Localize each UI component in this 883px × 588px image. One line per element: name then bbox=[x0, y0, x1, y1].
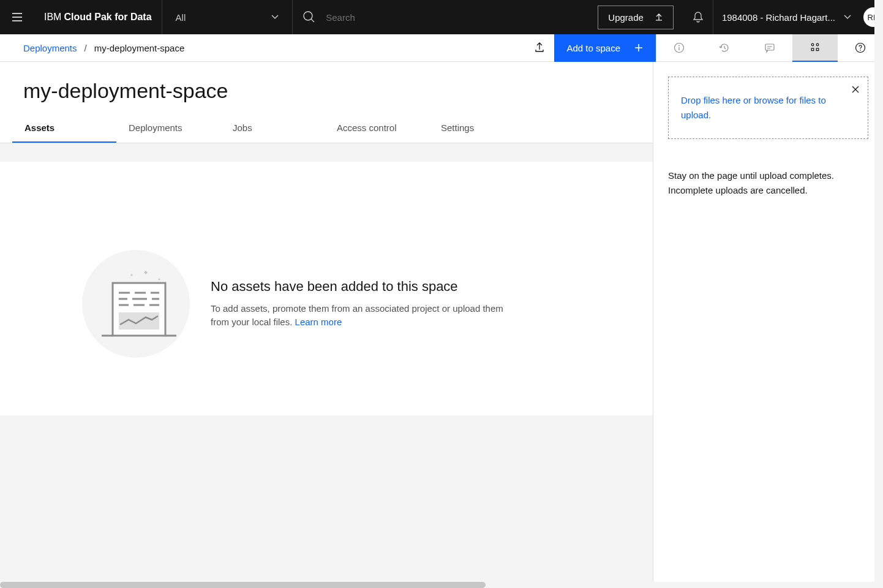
page-title: my-deployment-space bbox=[0, 62, 653, 115]
content-wrapper: my-deployment-space Assets Deployments J… bbox=[0, 62, 883, 588]
svg-point-5 bbox=[816, 43, 819, 46]
add-to-space-button[interactable]: Add to space bbox=[554, 34, 656, 62]
bell-icon bbox=[692, 11, 704, 23]
horizontal-scrollbar-thumb[interactable] bbox=[0, 582, 486, 588]
export-icon bbox=[534, 42, 545, 53]
data-icon bbox=[810, 42, 821, 53]
empty-state: No assets have been added to this space … bbox=[0, 162, 653, 415]
upload-side-panel: Drop files here or browse for files to u… bbox=[653, 62, 883, 588]
learn-more-link[interactable]: Learn more bbox=[295, 317, 342, 327]
scope-dropdown[interactable]: All bbox=[162, 0, 293, 34]
side-panel-tabs bbox=[656, 34, 883, 62]
tab-settings[interactable]: Settings bbox=[429, 115, 533, 143]
breadcrumb: Deployments / my-deployment-space bbox=[0, 43, 525, 53]
breadcrumb-current: my-deployment-space bbox=[94, 43, 185, 53]
history-icon bbox=[719, 42, 730, 53]
hamburger-menu[interactable] bbox=[0, 0, 34, 34]
info-panel-button[interactable] bbox=[656, 34, 702, 62]
menu-icon bbox=[11, 11, 23, 23]
global-header: IBM Cloud Pak for Data All Search Upgrad… bbox=[0, 0, 883, 34]
breadcrumb-separator: / bbox=[85, 43, 87, 53]
svg-rect-7 bbox=[816, 48, 819, 51]
brand-logo[interactable]: IBM Cloud Pak for Data bbox=[34, 12, 162, 23]
plus-icon bbox=[634, 43, 644, 53]
svg-point-4 bbox=[811, 43, 814, 46]
upgrade-button[interactable]: Upgrade bbox=[598, 6, 674, 29]
empty-body: To add assets, promote them from an asso… bbox=[211, 302, 517, 330]
svg-point-12 bbox=[131, 274, 133, 276]
svg-point-11 bbox=[159, 279, 160, 281]
search-icon bbox=[302, 10, 316, 24]
toolbar-band bbox=[0, 143, 653, 162]
main-content: my-deployment-space Assets Deployments J… bbox=[0, 62, 653, 588]
tab-jobs[interactable]: Jobs bbox=[220, 115, 325, 143]
tab-access-control[interactable]: Access control bbox=[325, 115, 429, 143]
horizontal-scrollbar[interactable] bbox=[0, 582, 883, 588]
user-label: 1984008 - Richard Hagart... bbox=[722, 12, 835, 23]
chevron-down-icon bbox=[271, 15, 279, 20]
global-search[interactable]: Search bbox=[293, 10, 588, 24]
sub-header: Deployments / my-deployment-space Add to… bbox=[0, 34, 883, 62]
chevron-down-icon bbox=[844, 15, 851, 20]
upgrade-arrow-icon bbox=[655, 13, 663, 21]
info-icon bbox=[674, 42, 685, 53]
empty-text: No assets have been added to this space … bbox=[211, 279, 517, 330]
close-drop-zone[interactable] bbox=[849, 83, 862, 96]
breadcrumb-parent[interactable]: Deployments bbox=[23, 43, 77, 53]
empty-illustration bbox=[80, 247, 192, 360]
chat-icon bbox=[764, 42, 775, 53]
tab-assets[interactable]: Assets bbox=[12, 115, 116, 143]
history-panel-button[interactable] bbox=[702, 34, 747, 62]
upload-panel-button[interactable] bbox=[792, 34, 838, 62]
svg-rect-6 bbox=[811, 48, 814, 51]
scope-dropdown-label: All bbox=[176, 12, 186, 23]
brand-ibm: IBM bbox=[44, 12, 61, 23]
tab-deployments[interactable]: Deployments bbox=[116, 115, 220, 143]
brand-product: Cloud Pak for Data bbox=[64, 12, 151, 23]
svg-rect-3 bbox=[765, 44, 774, 50]
empty-body-text: To add assets, promote them from an asso… bbox=[211, 303, 503, 328]
upgrade-label: Upgrade bbox=[608, 12, 644, 23]
help-icon bbox=[855, 42, 866, 53]
header-right: Upgrade 1984008 - Richard Hagart... RH bbox=[588, 0, 883, 34]
svg-point-9 bbox=[860, 50, 861, 51]
vertical-scrollbar[interactable] bbox=[874, 0, 883, 582]
svg-point-2 bbox=[678, 45, 680, 47]
user-menu[interactable]: 1984008 - Richard Hagart... bbox=[713, 0, 860, 34]
export-button[interactable] bbox=[525, 34, 554, 62]
comments-panel-button[interactable] bbox=[747, 34, 792, 62]
drop-zone-text[interactable]: Drop files here or browse for files to u… bbox=[681, 93, 855, 123]
notifications-button[interactable] bbox=[683, 0, 713, 34]
search-placeholder: Search bbox=[326, 12, 355, 23]
empty-heading: No assets have been added to this space bbox=[211, 279, 517, 295]
svg-point-0 bbox=[304, 12, 312, 20]
upload-help-text: Stay on the page until upload completes.… bbox=[668, 168, 868, 198]
close-icon bbox=[852, 86, 859, 93]
tabs: Assets Deployments Jobs Access control S… bbox=[0, 115, 653, 143]
file-drop-zone[interactable]: Drop files here or browse for files to u… bbox=[668, 77, 868, 139]
add-to-space-label: Add to space bbox=[566, 43, 620, 53]
bottom-spacer bbox=[0, 415, 653, 588]
